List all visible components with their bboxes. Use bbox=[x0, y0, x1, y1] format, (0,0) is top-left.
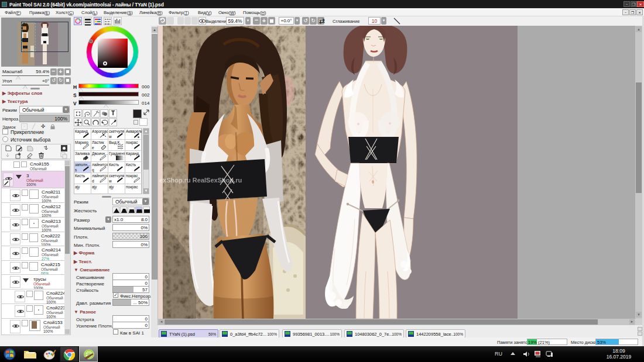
svg-text:exShop.ru RealSexShop.ru: exShop.ru RealSexShop.ru bbox=[159, 177, 242, 184]
